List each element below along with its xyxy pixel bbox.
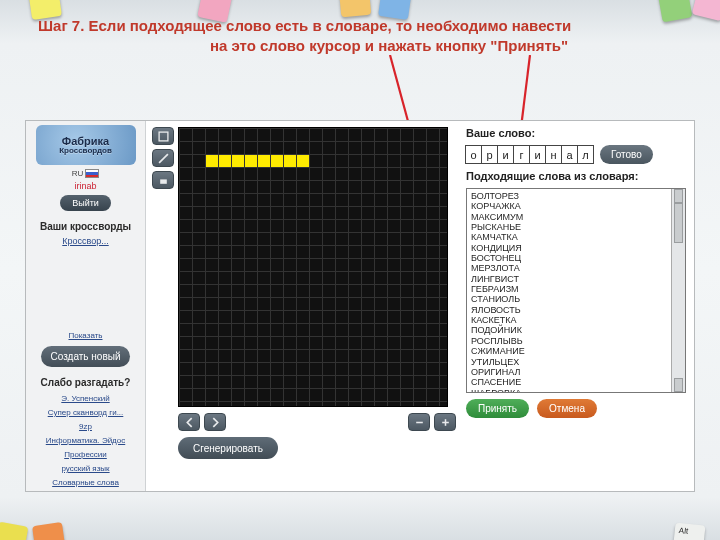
dictionary-item[interactable]: ОРИГИНАЛ — [471, 367, 667, 377]
dictionary-item[interactable]: РЫСКАНЬЕ — [471, 222, 667, 232]
dictionary-item[interactable]: МЕРЗЛОТА — [471, 263, 667, 273]
sidebar: Фабрика Кроссвордов RU irinab Выйти Ваши… — [26, 121, 146, 491]
svg-rect-6 — [444, 419, 446, 426]
grid-nav-controls — [178, 413, 456, 431]
letter-cell[interactable]: и — [497, 145, 514, 164]
svg-rect-3 — [160, 179, 167, 183]
app-logo: Фабрика Кроссвордов — [36, 125, 136, 165]
letter-cell[interactable]: о — [465, 145, 482, 164]
challenge-links: Э. Успенский Супер сканворд ги... 9zp Ин… — [46, 390, 125, 487]
decorative-key — [339, 0, 372, 17]
challenge-link[interactable]: Словарные слова — [52, 478, 119, 487]
challenge-link[interactable]: Супер сканворд ги... — [48, 408, 124, 417]
language-switch[interactable]: RU — [72, 169, 100, 178]
dictionary-item[interactable]: КОНДИЦИЯ — [471, 243, 667, 253]
dictionary-item[interactable]: СЖИМАНИЕ — [471, 346, 667, 356]
tool-select[interactable] — [152, 127, 174, 145]
letter-cell[interactable]: л — [577, 145, 594, 164]
your-crosswords-heading: Ваши кроссворды — [40, 221, 131, 232]
challenge-link[interactable]: Информатика. Эйдос — [46, 436, 125, 445]
decorative-key — [692, 0, 720, 21]
scrollbar[interactable] — [671, 189, 685, 392]
dictionary-item[interactable]: ШАБРОВКА — [471, 388, 667, 392]
your-crossword-link[interactable]: Кроссвор... — [62, 236, 108, 246]
generate-button[interactable]: Сгенерировать — [178, 437, 278, 459]
dictionary-item[interactable]: МАКСИМУМ — [471, 212, 667, 222]
challenge-link[interactable]: Э. Успенский — [61, 394, 109, 403]
letter-cells[interactable]: о р и г и н а л — [466, 145, 594, 164]
scrollbar-thumb[interactable] — [674, 203, 683, 243]
your-word-label: Ваше слово: — [466, 127, 686, 139]
dictionary-item[interactable]: ЛИНГВИСТ — [471, 274, 667, 284]
svg-rect-4 — [416, 421, 423, 423]
decorative-key — [32, 522, 66, 540]
create-new-button[interactable]: Создать новый — [41, 346, 131, 367]
logo-text-2: Кроссвордов — [59, 147, 112, 155]
dictionary-label: Подходящие слова из словаря: — [466, 170, 686, 182]
challenge-heading: Слабо разгадать? — [41, 377, 131, 388]
logout-button[interactable]: Выйти — [60, 195, 111, 211]
letter-cell[interactable]: и — [529, 145, 546, 164]
letter-cell[interactable]: н — [545, 145, 562, 164]
dictionary-listbox[interactable]: БОЛТОРЕЗКОРЧАЖКАМАКСИМУМРЫСКАНЬЕКАМЧАТКА… — [466, 188, 686, 393]
dictionary-item[interactable]: ГЕБРАИЗМ — [471, 284, 667, 294]
crossword-app-window: Фабрика Кроссвордов RU irinab Выйти Ваши… — [25, 120, 695, 492]
instruction-line2: на это слово курсор и нажать кнопку "При… — [98, 36, 680, 56]
dictionary-item[interactable]: БОСТОНЕЦ — [471, 253, 667, 263]
letter-cell[interactable]: г — [513, 145, 530, 164]
dictionary-item[interactable]: СТАНИОЛЬ — [471, 294, 667, 304]
dictionary-item[interactable]: ПОДОЙНИК — [471, 325, 667, 335]
tool-erase[interactable] — [152, 171, 174, 189]
language-code: RU — [72, 169, 84, 178]
selected-word-cells — [206, 155, 310, 167]
dictionary-item[interactable]: КАСКЕТКА — [471, 315, 667, 325]
username-label: irinab — [74, 181, 96, 191]
decorative-key — [0, 522, 28, 540]
cancel-button[interactable]: Отмена — [537, 399, 597, 418]
svg-rect-2 — [159, 132, 168, 141]
dictionary-item[interactable]: КОРЧАЖКА — [471, 201, 667, 211]
grid-right-button[interactable] — [204, 413, 226, 431]
letter-cell[interactable]: а — [561, 145, 578, 164]
done-button[interactable]: Готово — [600, 145, 653, 164]
instruction-line1: Шаг 7. Если подходящее слово есть в слов… — [38, 17, 571, 34]
decorative-key: Alt — [673, 523, 706, 540]
dictionary-item[interactable]: РОСПЛЫВЬ — [471, 336, 667, 346]
challenge-link[interactable]: Профессии — [64, 450, 107, 459]
dictionary-item[interactable]: БОЛТОРЕЗ — [471, 191, 667, 201]
accept-button[interactable]: Принять — [466, 399, 529, 418]
challenge-link[interactable]: 9zp — [79, 422, 92, 431]
dictionary-items[interactable]: БОЛТОРЕЗКОРЧАЖКАМАКСИМУМРЫСКАНЬЕКАМЧАТКА… — [467, 189, 671, 392]
zoom-out-button[interactable] — [408, 413, 430, 431]
zoom-in-button[interactable] — [434, 413, 456, 431]
vertical-toolbar — [152, 127, 174, 407]
word-panel: Ваше слово: о р и г и н а л Готово Подхо… — [462, 121, 694, 491]
tool-draw[interactable] — [152, 149, 174, 167]
logo-text-1: Фабрика — [62, 136, 109, 147]
letter-cell[interactable]: р — [481, 145, 498, 164]
crossword-grid[interactable] — [178, 127, 448, 407]
grid-lines — [179, 128, 447, 406]
flag-ru-icon — [85, 169, 99, 178]
step-instruction: Шаг 7. Если подходящее слово есть в слов… — [38, 16, 680, 57]
editor-pane: Сгенерировать — [146, 121, 462, 491]
dictionary-item[interactable]: СПАСЕНИЕ — [471, 377, 667, 387]
dictionary-item[interactable]: КАМЧАТКА — [471, 232, 667, 242]
dictionary-item[interactable]: ЯЛОВОСТЬ — [471, 305, 667, 315]
challenge-link[interactable]: русский язык — [61, 464, 109, 473]
dictionary-item[interactable]: УТИЛЬЦЕХ — [471, 357, 667, 367]
grid-left-button[interactable] — [178, 413, 200, 431]
show-all-link[interactable]: Показать — [68, 331, 102, 340]
